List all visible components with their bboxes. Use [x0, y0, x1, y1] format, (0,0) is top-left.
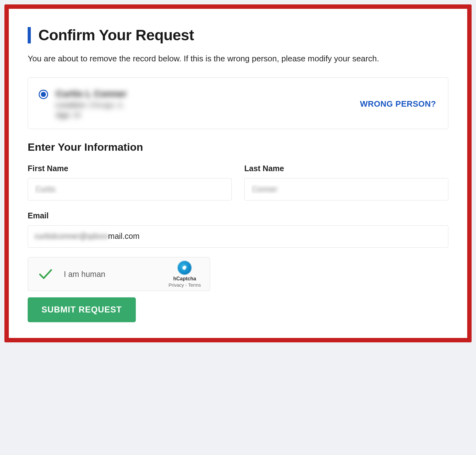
name-row: First Name Last Name [28, 164, 448, 200]
captcha-brand: hCaptcha [173, 276, 196, 282]
last-name-input[interactable] [244, 178, 448, 200]
record-age-value: 29 [73, 111, 80, 119]
confirm-request-card: Confirm Your Request You are about to re… [9, 9, 467, 338]
record-radio[interactable] [39, 90, 48, 99]
record-box: Curtis L Conner Location: Chicago, IL Ag… [28, 77, 448, 129]
highlight-frame: Confirm Your Request You are about to re… [4, 4, 472, 342]
captcha-links: Privacy - Terms [169, 282, 201, 288]
record-age: Age: 29 [56, 111, 127, 119]
hcaptcha-logo-icon [178, 261, 191, 275]
record-info: Curtis L Conner Location: Chicago, IL Ag… [56, 88, 127, 119]
submit-request-button[interactable]: SUBMIT REQUEST [28, 297, 136, 322]
last-name-label: Last Name [244, 164, 448, 173]
first-name-label: First Name [28, 164, 232, 173]
radio-dot-icon [41, 92, 46, 97]
captcha-text: I am human [64, 270, 105, 279]
email-value-wrap: curtislconner@qdovx curtislconner@qdovxm… [28, 225, 448, 248]
last-name-group: Last Name [244, 164, 448, 200]
email-group: Email curtislconner@qdovx curtislconner@… [28, 211, 448, 248]
checkmark-icon [39, 268, 53, 280]
email-label: Email [28, 211, 448, 220]
email-input[interactable] [28, 225, 448, 248]
form-section-title: Enter Your Information [28, 141, 448, 153]
title-accent-bar [28, 27, 31, 43]
captcha-right: hCaptcha Privacy - Terms [169, 261, 201, 288]
wrong-person-link[interactable]: WRONG PERSON? [360, 99, 436, 109]
page-title: Confirm Your Request [38, 26, 194, 44]
record-location-label: Location: [56, 101, 87, 109]
record-location-value: Chicago, IL [89, 101, 124, 109]
captcha-terms-link[interactable]: Terms [188, 282, 201, 288]
record-left: Curtis L Conner Location: Chicago, IL Ag… [39, 88, 127, 119]
captcha-left: I am human [39, 268, 105, 280]
first-name-input[interactable] [28, 178, 232, 200]
captcha-privacy-link[interactable]: Privacy [169, 282, 184, 288]
record-name: Curtis L Conner [56, 88, 127, 99]
record-age-label: Age: [56, 111, 71, 119]
page-subtitle: You are about to remove the record below… [28, 53, 448, 65]
record-location: Location: Chicago, IL [56, 101, 127, 109]
first-name-group: First Name [28, 164, 232, 200]
captcha-box[interactable]: I am human hCaptcha Privacy - Terms [28, 257, 210, 291]
title-row: Confirm Your Request [28, 26, 448, 44]
